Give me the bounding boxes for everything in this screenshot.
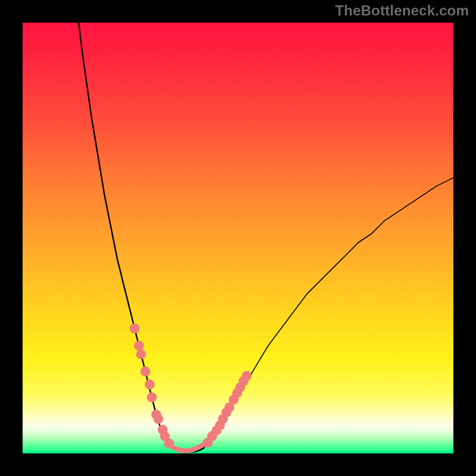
- highlight-dot: [145, 380, 155, 390]
- watermark-text: TheBottleneck.com: [335, 2, 469, 19]
- highlight-dot: [134, 341, 144, 351]
- chart-frame: TheBottleneck.com: [0, 0, 476, 476]
- highlight-dot: [130, 324, 140, 334]
- highlight-dots-right: [203, 371, 252, 447]
- curve-left-branch: [79, 23, 173, 449]
- plot-area: [23, 23, 453, 453]
- highlight-dot: [154, 414, 164, 424]
- highlight-dot: [147, 393, 157, 403]
- curve-svg: [23, 23, 453, 453]
- highlight-dot: [242, 371, 252, 381]
- highlight-dots-left: [130, 324, 174, 449]
- highlight-dot: [136, 349, 146, 359]
- curve-right-branch: [203, 178, 453, 449]
- highlight-dot: [140, 367, 151, 377]
